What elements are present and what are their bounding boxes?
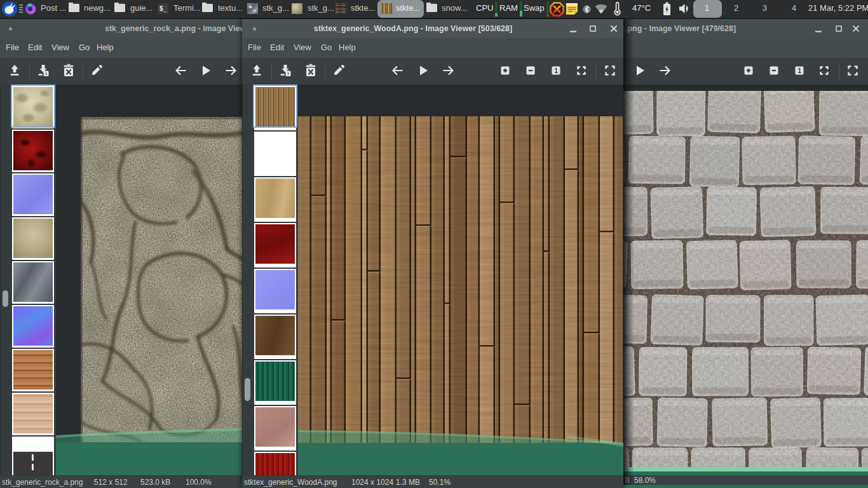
svg-text:1: 1 [797, 67, 801, 74]
svg-text:1: 1 [554, 67, 558, 74]
